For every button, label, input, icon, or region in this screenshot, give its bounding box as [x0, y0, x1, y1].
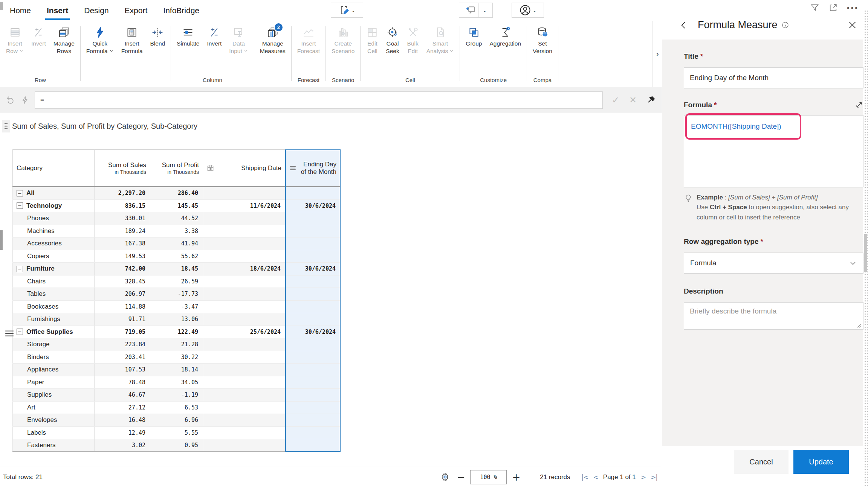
collapse-toggle-icon[interactable]: −	[17, 329, 23, 335]
profit-cell[interactable]: 41.94	[150, 237, 203, 250]
tab-insert[interactable]: Insert	[45, 0, 70, 21]
shipping-cell[interactable]	[203, 439, 285, 451]
profit-cell[interactable]: 55.62	[150, 250, 203, 263]
profit-cell[interactable]: 34.05	[150, 376, 203, 389]
sales-cell[interactable]: 223.84	[94, 338, 150, 351]
shipping-cell[interactable]	[203, 351, 285, 364]
ending-cell[interactable]: 30/6/2024	[285, 263, 341, 275]
sales-cell[interactable]: 206.97	[94, 288, 150, 300]
sales-cell[interactable]: 107.53	[94, 364, 150, 376]
account-button[interactable]: ⌄	[512, 3, 544, 18]
sales-cell[interactable]: 91.71	[94, 313, 150, 326]
close-icon[interactable]	[847, 20, 857, 30]
column-header-ending-day-of-the-month[interactable]: Ending Day of the Month	[285, 150, 341, 186]
ribbon-button-aggregation[interactable]: Aggregation	[486, 25, 525, 55]
shipping-cell[interactable]	[203, 237, 285, 250]
ribbon-overflow-chevron[interactable]: ›	[653, 21, 662, 87]
commit-check-icon[interactable]: ✓	[612, 95, 619, 105]
description-textarea[interactable]: Briefly describe the formula	[684, 302, 863, 330]
profit-cell[interactable]: 44.52	[150, 212, 203, 225]
category-cell[interactable]: Furnishings	[12, 313, 94, 326]
tab-home[interactable]: Home	[8, 0, 32, 21]
shipping-cell[interactable]: 11/6/2024	[203, 200, 285, 212]
profit-cell[interactable]: 286.40	[150, 187, 203, 199]
category-cell[interactable]: Binders	[12, 351, 94, 364]
category-cell[interactable]: Tables	[12, 288, 94, 300]
category-cell[interactable]: −Technology	[12, 200, 94, 212]
sales-cell[interactable]: 719.05	[94, 326, 150, 338]
drag-handle-icon[interactable]	[2, 120, 10, 132]
profit-cell[interactable]: 18.14	[150, 364, 203, 376]
cancel-button[interactable]: Cancel	[734, 450, 789, 474]
shipping-cell[interactable]	[203, 338, 285, 351]
category-cell[interactable]: Storage	[12, 338, 94, 351]
profit-cell[interactable]: -3.47	[150, 301, 203, 313]
edit-note-button[interactable]: ⌄	[331, 3, 363, 18]
sales-cell[interactable]: 742.00	[94, 263, 150, 275]
collapse-toggle-icon[interactable]: −	[17, 202, 23, 209]
tab-export[interactable]: Export	[123, 0, 149, 21]
panel-scrollbar[interactable]	[863, 9, 868, 487]
update-button[interactable]: Update	[793, 450, 849, 474]
formula-expression[interactable]: EOMONTH([Shipping Date])	[689, 122, 858, 131]
shipping-cell[interactable]	[203, 414, 285, 426]
ribbon-button-quick-formula[interactable]: QuickFormula	[83, 25, 118, 55]
sales-cell[interactable]: 167.38	[94, 237, 150, 250]
ending-cell[interactable]	[285, 187, 341, 199]
aggregation-select[interactable]: Formula	[684, 253, 863, 274]
formula-input[interactable]: =	[35, 91, 603, 109]
add-comment-button[interactable]: ⌄	[459, 3, 493, 18]
column-header-sum-of-sales[interactable]: Sum of Salesin Thousands	[94, 150, 150, 186]
sales-cell[interactable]: 27.12	[94, 402, 150, 414]
category-cell[interactable]: Envelopes	[12, 414, 94, 426]
ribbon-button-invert[interactable]: Invert	[203, 25, 225, 55]
profit-cell[interactable]: 21.28	[150, 338, 203, 351]
ending-cell[interactable]	[285, 275, 341, 288]
ending-cell[interactable]	[285, 301, 341, 313]
category-cell[interactable]: Paper	[12, 376, 94, 389]
ending-cell[interactable]	[285, 427, 341, 439]
profit-cell[interactable]: 122.49	[150, 326, 203, 338]
category-cell[interactable]: Supplies	[12, 389, 94, 401]
ribbon-button-group[interactable]: Group	[462, 25, 486, 55]
cancel-x-icon[interactable]: ✕	[629, 95, 637, 105]
category-cell[interactable]: Appliances	[12, 364, 94, 376]
shipping-cell[interactable]	[203, 250, 285, 263]
category-cell[interactable]: Accessories	[12, 237, 94, 250]
sales-cell[interactable]: 114.88	[94, 301, 150, 313]
profit-cell[interactable]: 13.06	[150, 313, 203, 326]
shipping-cell[interactable]	[203, 225, 285, 237]
profit-cell[interactable]: 145.45	[150, 200, 203, 212]
category-cell[interactable]: Machines	[12, 225, 94, 237]
sales-cell[interactable]: 12.49	[94, 427, 150, 439]
ending-cell[interactable]	[285, 414, 341, 426]
flash-icon[interactable]	[20, 96, 29, 105]
pin-icon[interactable]	[646, 95, 656, 105]
ending-cell[interactable]	[285, 250, 341, 263]
sales-cell[interactable]: 330.01	[94, 212, 150, 225]
shipping-cell[interactable]: 25/6/2024	[203, 326, 285, 338]
ending-cell[interactable]	[285, 376, 341, 389]
shipping-cell[interactable]	[203, 212, 285, 225]
shipping-cell[interactable]	[203, 275, 285, 288]
calendar-icon[interactable]	[207, 164, 214, 172]
ribbon-button-simulate[interactable]: Simulate	[173, 25, 203, 55]
sales-cell[interactable]: 78.48	[94, 376, 150, 389]
ribbon-button-goal-seek[interactable]: GoalSeek	[382, 25, 403, 55]
sales-cell[interactable]: 836.15	[94, 200, 150, 212]
ending-cell[interactable]: 30/6/2024	[285, 200, 341, 212]
shipping-cell[interactable]	[203, 402, 285, 414]
shipping-cell[interactable]	[203, 313, 285, 326]
ribbon-button-insert-formula[interactable]: InsertFormula	[118, 25, 147, 55]
column-header-shipping-date[interactable]: Shipping Date	[203, 150, 285, 186]
category-cell[interactable]: Phones	[12, 212, 94, 225]
zoom-out-button[interactable]: −	[457, 472, 465, 483]
menu-icon[interactable]	[289, 164, 296, 172]
first-page-button[interactable]: |<	[582, 473, 588, 481]
zoom-in-button[interactable]: +	[512, 472, 520, 483]
profit-cell[interactable]: 6.53	[150, 402, 203, 414]
zoom-level-input[interactable]: 100 %	[470, 470, 507, 484]
profit-cell[interactable]: -17.73	[150, 288, 203, 300]
collapse-toggle-icon[interactable]: −	[17, 266, 23, 272]
next-page-button[interactable]: >	[641, 473, 646, 481]
